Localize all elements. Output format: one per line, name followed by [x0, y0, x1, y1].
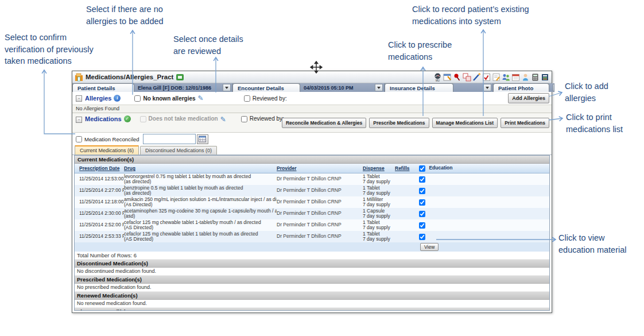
- calculator-icon[interactable]: [531, 73, 540, 82]
- renewed-medications-empty: No renewed medication found.: [75, 300, 549, 307]
- insurance-dropdown-button[interactable]: [483, 84, 491, 91]
- allergies-info-icon: i: [114, 95, 121, 102]
- prescribe-medications-button[interactable]: Prescribe Medications: [369, 118, 429, 128]
- med-transfer-icon[interactable]: [463, 73, 471, 82]
- calendar-edit-icon[interactable]: [443, 73, 452, 82]
- report-book-icon[interactable]: [541, 73, 549, 82]
- education-checkbox[interactable]: [419, 222, 425, 229]
- note-record-existing: Click to record patient’s existing medic…: [412, 3, 529, 27]
- allergies-edit-pencil-icon[interactable]: ✎: [198, 94, 204, 102]
- note-edit-icon[interactable]: [492, 73, 501, 82]
- add-allergies-button[interactable]: Add Allergies: [508, 93, 549, 103]
- education-checkbox[interactable]: [419, 199, 425, 206]
- allergies-section: - Allergies i No known allergies ✎ Revie…: [72, 92, 552, 105]
- manage-medications-list-button[interactable]: Manage Medications List: [432, 118, 498, 128]
- cell-education: [419, 176, 549, 183]
- cell-dispense: 1 Tablet7 day supply: [363, 220, 395, 231]
- reconcile-medication-allergies-button[interactable]: Reconcile Medication & Allergies: [282, 118, 366, 128]
- cell-prescription-date: 11/25/2014 2:30:00 PM: [75, 211, 124, 217]
- mu-gauge-icon[interactable]: MU: [433, 73, 442, 82]
- drug-sig: (As Directed): [124, 202, 277, 208]
- cell-prescription-date: 11/25/2014 12:18:00 PM: [75, 199, 124, 205]
- discontinued-medications-header: Discontinued Medication(s): [75, 259, 549, 268]
- cell-education: [419, 222, 549, 229]
- cell-drug: benztropine 0.5 mg tablet 1 tablet by mo…: [124, 186, 277, 196]
- medication-reconciled-checkbox[interactable]: [76, 136, 82, 142]
- task-check-icon[interactable]: [482, 73, 491, 82]
- tab-discontinued-medications[interactable]: Discontinued Medications (0): [140, 146, 217, 155]
- column-dispense[interactable]: Dispense: [363, 165, 395, 171]
- column-provider[interactable]: Provider: [277, 165, 363, 171]
- medications-reviewed-label: Reviewed by:: [250, 115, 284, 122]
- reconciled-date-input[interactable]: [143, 134, 196, 144]
- note-no-allergies: Select if there are no allergies to be a…: [86, 3, 164, 27]
- column-refills[interactable]: Refills: [395, 165, 419, 171]
- allergies-collapse-toggle[interactable]: -: [76, 95, 82, 102]
- tab-patient-photo[interactable]: Patient Photo: [493, 83, 549, 92]
- no-known-allergies-checkbox[interactable]: [134, 95, 141, 102]
- cell-provider: Dr Perminder T Dhillon CRNP: [277, 211, 363, 217]
- print-medications-button[interactable]: Print Medications: [501, 118, 549, 128]
- cell-drug: levonorgestrel 0.75 mg tablet 1 tablet b…: [124, 174, 277, 185]
- cell-education: [419, 199, 549, 206]
- dispense-supply: 7 day supply: [363, 214, 395, 219]
- arrow-confirm-verification: [44, 70, 75, 134]
- discontinued-medications-empty: No discontinued medication found.: [75, 268, 549, 275]
- medications-collapse-toggle[interactable]: -: [76, 117, 82, 123]
- total-rows-text: Total Number of Rows: 6: [75, 252, 549, 259]
- column-drug[interactable]: Drug: [124, 165, 277, 171]
- app-icon: [75, 73, 83, 82]
- education-checkbox[interactable]: [419, 234, 425, 240]
- appointment-icon[interactable]: [511, 73, 520, 82]
- education-checkbox[interactable]: [419, 176, 425, 183]
- cell-prescription-date: 11/25/2014 12:53:00 PM: [75, 176, 124, 182]
- drug-sig: (AS Directed): [124, 237, 277, 242]
- cell-drug: cefaclor 125 mg chewable tablet 1-tablet…: [124, 220, 277, 231]
- medications-table-header: Prescription Date Drug Provider Dispense…: [75, 164, 549, 173]
- tab-current-medications[interactable]: Current Medications (6): [75, 145, 139, 155]
- cell-dispense: 1 Tablet7 day supply: [363, 231, 395, 242]
- calendar-picker-button[interactable]: [197, 134, 208, 144]
- renewed-medications-header: Renewed Medication(s): [75, 291, 549, 300]
- drug-text: acetaminophen 325 mg-codeine 30 mg capsu…: [124, 208, 277, 214]
- window-title: Medications/Allergies_Pract: [86, 74, 173, 80]
- column-education: Education: [419, 165, 549, 171]
- tab-insurance-details[interactable]: Insurance Details: [385, 83, 453, 92]
- dispense-supply: 7 day supply: [363, 179, 395, 185]
- pharmacy-details-header: Pharmacy Detail(s): [75, 307, 549, 311]
- prescribed-medications-empty: No prescribed medication found.: [75, 284, 549, 291]
- patient-icon[interactable]: [521, 73, 530, 82]
- medications-reviewed-checkbox[interactable]: [241, 116, 247, 122]
- drug-sig: (AS Directed): [124, 225, 277, 231]
- education-checkbox[interactable]: [419, 211, 425, 217]
- patient-dropdown-button[interactable]: [223, 84, 231, 91]
- note-details-reviewed: Select once details are reviewed: [173, 33, 243, 57]
- encounter-dropdown-button[interactable]: [375, 84, 383, 91]
- medications-edit-pencil-icon[interactable]: ✎: [220, 115, 226, 123]
- titlebar-toolbar: MU: [433, 73, 549, 82]
- note-prescribe: Click to prescribe medications: [388, 39, 452, 63]
- table-footer-row: View: [75, 242, 549, 252]
- patient-summary: Elena Gill [F] DOB: 12/01/1986: [134, 83, 232, 92]
- table-row: 11/25/2014 12:18:00 PM amikacin 250 mg/m…: [75, 196, 549, 208]
- pen-icon[interactable]: [472, 73, 481, 82]
- pushpin-icon[interactable]: [453, 73, 461, 82]
- allergies-reviewed-label: Reviewed by:: [253, 95, 287, 102]
- cell-provider: Dr Perminder T Dhillon CRNP: [277, 176, 363, 182]
- view-education-button[interactable]: View: [420, 243, 439, 251]
- encounter-summary: 04/03/2015 05:10 PM: [300, 83, 385, 92]
- education-checkbox[interactable]: [419, 188, 425, 194]
- cell-drug: acetaminophen 325 mg-codeine 30 mg capsu…: [124, 208, 277, 219]
- users-icon[interactable]: [502, 73, 510, 82]
- cell-dispense: 1 Tablet7 day supply: [363, 186, 395, 196]
- photo-dropdown-button[interactable]: [553, 84, 554, 91]
- drug-sig: (asd): [124, 214, 277, 219]
- table-row: 11/25/2014 2:27:00 PM benztropine 0.5 mg…: [75, 185, 549, 196]
- column-prescription-date[interactable]: Prescription Date: [75, 165, 124, 171]
- tab-encounter-details[interactable]: Encounter Details: [232, 83, 300, 92]
- cell-provider: Dr Perminder T Dhillon CRNP: [277, 222, 363, 228]
- tab-patient-details[interactable]: Patient Details: [72, 83, 134, 92]
- education-header-checkbox[interactable]: [419, 165, 425, 172]
- allergies-reviewed-checkbox[interactable]: [244, 95, 250, 102]
- insurance-summary: [453, 83, 493, 92]
